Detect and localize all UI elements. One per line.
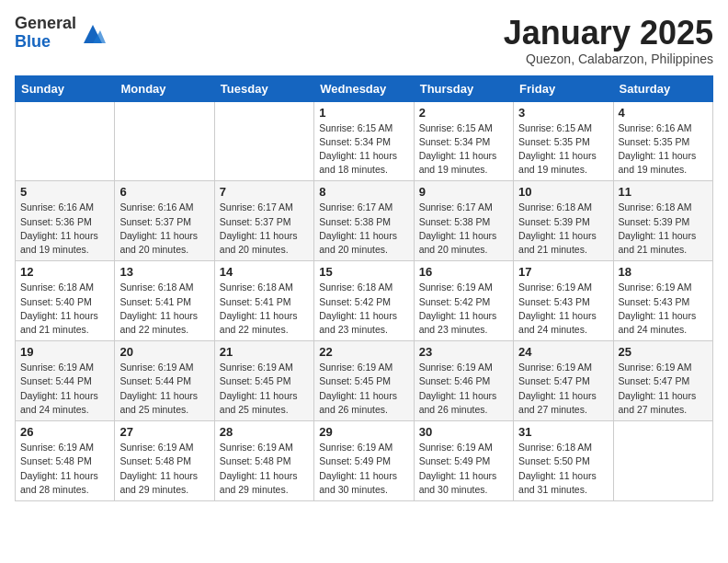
day-number: 3 [518,106,608,120]
calendar-week-row: 26Sunrise: 6:19 AM Sunset: 5:48 PM Dayli… [16,421,713,501]
day-number: 18 [619,265,708,279]
day-info: Sunrise: 6:19 AM Sunset: 5:45 PM Dayligh… [220,361,309,417]
day-number: 4 [619,106,708,120]
table-row: 31Sunrise: 6:18 AM Sunset: 5:50 PM Dayli… [514,421,613,501]
logo-text: General Blue [15,15,76,52]
day-info: Sunrise: 6:15 AM Sunset: 5:35 PM Dayligh… [518,121,608,178]
day-info: Sunrise: 6:18 AM Sunset: 5:40 PM Dayligh… [20,281,109,337]
calendar-week-row: 5Sunrise: 6:16 AM Sunset: 5:36 PM Daylig… [16,181,713,261]
table-row: 20Sunrise: 6:19 AM Sunset: 5:44 PM Dayli… [115,341,214,421]
logo-blue: Blue [15,33,76,52]
logo: General Blue [15,15,106,52]
day-info: Sunrise: 6:15 AM Sunset: 5:34 PM Dayligh… [319,121,408,178]
logo-general: General [15,15,76,33]
table-row: 24Sunrise: 6:19 AM Sunset: 5:47 PM Dayli… [514,341,613,421]
table-row: 5Sunrise: 6:16 AM Sunset: 5:36 PM Daylig… [16,181,115,261]
day-number: 2 [419,106,508,120]
day-info: Sunrise: 6:19 AM Sunset: 5:46 PM Dayligh… [419,361,508,417]
month-title: January 2025 [504,15,713,52]
day-number: 31 [518,425,608,439]
header-wednesday: Wednesday [314,75,414,101]
day-number: 7 [220,185,309,199]
header-monday: Monday [115,75,214,101]
table-row: 9Sunrise: 6:17 AM Sunset: 5:38 PM Daylig… [414,181,513,261]
calendar: Sunday Monday Tuesday Wednesday Thursday… [15,75,713,501]
day-number: 14 [220,265,309,279]
day-number: 10 [518,185,608,199]
table-row: 2Sunrise: 6:15 AM Sunset: 5:34 PM Daylig… [414,101,513,181]
day-info: Sunrise: 6:19 AM Sunset: 5:48 PM Dayligh… [119,441,209,497]
day-info: Sunrise: 6:17 AM Sunset: 5:38 PM Dayligh… [419,201,508,257]
header-friday: Friday [514,75,613,101]
day-number: 1 [319,106,408,120]
calendar-week-row: 19Sunrise: 6:19 AM Sunset: 5:44 PM Dayli… [16,341,713,421]
table-row: 27Sunrise: 6:19 AM Sunset: 5:48 PM Dayli… [115,421,214,501]
table-row [214,101,313,181]
day-info: Sunrise: 6:15 AM Sunset: 5:34 PM Dayligh… [419,121,508,178]
day-info: Sunrise: 6:18 AM Sunset: 5:41 PM Dayligh… [119,281,209,337]
day-number: 15 [319,265,408,279]
table-row: 22Sunrise: 6:19 AM Sunset: 5:45 PM Dayli… [314,341,414,421]
day-number: 22 [319,345,408,359]
day-info: Sunrise: 6:17 AM Sunset: 5:38 PM Dayligh… [319,201,408,257]
day-info: Sunrise: 6:19 AM Sunset: 5:43 PM Dayligh… [619,281,708,337]
table-row: 17Sunrise: 6:19 AM Sunset: 5:43 PM Dayli… [514,261,613,341]
day-info: Sunrise: 6:18 AM Sunset: 5:50 PM Dayligh… [518,441,608,497]
table-row: 8Sunrise: 6:17 AM Sunset: 5:38 PM Daylig… [314,181,414,261]
day-info: Sunrise: 6:19 AM Sunset: 5:44 PM Dayligh… [119,361,209,417]
table-row: 30Sunrise: 6:19 AM Sunset: 5:49 PM Dayli… [414,421,513,501]
table-row: 16Sunrise: 6:19 AM Sunset: 5:42 PM Dayli… [414,261,513,341]
calendar-week-row: 12Sunrise: 6:18 AM Sunset: 5:40 PM Dayli… [16,261,713,341]
day-info: Sunrise: 6:16 AM Sunset: 5:36 PM Dayligh… [20,201,109,257]
location: Quezon, Calabarzon, Philippines [504,52,713,66]
header-sunday: Sunday [16,75,115,101]
title-block: January 2025 Quezon, Calabarzon, Philipp… [504,15,713,66]
table-row: 25Sunrise: 6:19 AM Sunset: 5:47 PM Dayli… [613,341,712,421]
table-row: 28Sunrise: 6:19 AM Sunset: 5:48 PM Dayli… [214,421,313,501]
day-info: Sunrise: 6:19 AM Sunset: 5:47 PM Dayligh… [518,361,608,417]
day-info: Sunrise: 6:19 AM Sunset: 5:42 PM Dayligh… [419,281,508,337]
table-row: 1Sunrise: 6:15 AM Sunset: 5:34 PM Daylig… [314,101,414,181]
table-row: 21Sunrise: 6:19 AM Sunset: 5:45 PM Dayli… [214,341,313,421]
day-number: 23 [419,345,508,359]
day-number: 11 [619,185,708,199]
day-info: Sunrise: 6:16 AM Sunset: 5:35 PM Dayligh… [619,121,708,178]
table-row: 3Sunrise: 6:15 AM Sunset: 5:35 PM Daylig… [514,101,613,181]
day-info: Sunrise: 6:19 AM Sunset: 5:49 PM Dayligh… [319,441,408,497]
day-info: Sunrise: 6:16 AM Sunset: 5:37 PM Dayligh… [119,201,209,257]
day-info: Sunrise: 6:19 AM Sunset: 5:44 PM Dayligh… [20,361,109,417]
day-info: Sunrise: 6:19 AM Sunset: 5:47 PM Dayligh… [619,361,708,417]
day-number: 24 [518,345,608,359]
table-row: 11Sunrise: 6:18 AM Sunset: 5:39 PM Dayli… [613,181,712,261]
table-row: 4Sunrise: 6:16 AM Sunset: 5:35 PM Daylig… [613,101,712,181]
header-saturday: Saturday [613,75,712,101]
calendar-header-row: Sunday Monday Tuesday Wednesday Thursday… [16,75,713,101]
day-info: Sunrise: 6:18 AM Sunset: 5:41 PM Dayligh… [220,281,309,337]
day-info: Sunrise: 6:19 AM Sunset: 5:48 PM Dayligh… [220,441,309,497]
day-number: 27 [119,425,209,439]
day-info: Sunrise: 6:19 AM Sunset: 5:45 PM Dayligh… [319,361,408,417]
day-number: 5 [20,185,109,199]
table-row: 18Sunrise: 6:19 AM Sunset: 5:43 PM Dayli… [613,261,712,341]
table-row: 23Sunrise: 6:19 AM Sunset: 5:46 PM Dayli… [414,341,513,421]
day-number: 17 [518,265,608,279]
day-number: 6 [119,185,209,199]
table-row: 29Sunrise: 6:19 AM Sunset: 5:49 PM Dayli… [314,421,414,501]
day-number: 21 [220,345,309,359]
day-info: Sunrise: 6:17 AM Sunset: 5:37 PM Dayligh… [220,201,309,257]
day-number: 9 [419,185,508,199]
day-number: 20 [119,345,209,359]
day-number: 13 [119,265,209,279]
table-row [115,101,214,181]
table-row: 19Sunrise: 6:19 AM Sunset: 5:44 PM Dayli… [16,341,115,421]
page-container: General Blue January 2025 Quezon, Calaba… [0,0,728,511]
calendar-week-row: 1Sunrise: 6:15 AM Sunset: 5:34 PM Daylig… [16,101,713,181]
day-info: Sunrise: 6:19 AM Sunset: 5:49 PM Dayligh… [419,441,508,497]
table-row [16,101,115,181]
day-number: 8 [319,185,408,199]
day-number: 12 [20,265,109,279]
day-info: Sunrise: 6:18 AM Sunset: 5:39 PM Dayligh… [518,201,608,257]
day-number: 29 [319,425,408,439]
day-info: Sunrise: 6:18 AM Sunset: 5:42 PM Dayligh… [319,281,408,337]
table-row: 14Sunrise: 6:18 AM Sunset: 5:41 PM Dayli… [214,261,313,341]
